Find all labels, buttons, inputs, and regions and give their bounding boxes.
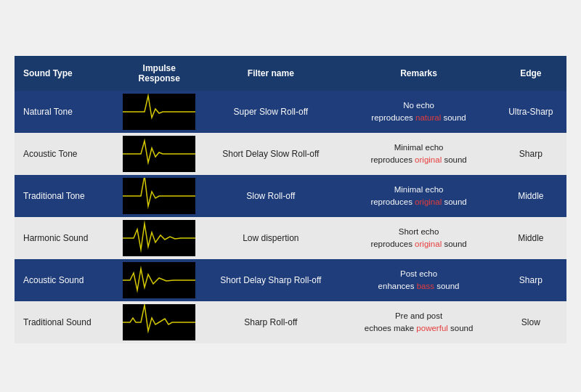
filter-name-cell: Super Slow Roll-off bbox=[199, 91, 342, 133]
filter-name-cell: Short Delay Slow Roll-off bbox=[199, 133, 342, 175]
highlight-word: original bbox=[415, 240, 442, 248]
highlight-word: original bbox=[415, 197, 442, 206]
col-impulse: ImpulseResponse bbox=[119, 56, 199, 91]
edge-cell: Sharp bbox=[495, 259, 566, 301]
col-remarks: Remarks bbox=[342, 56, 495, 91]
waveform-cell bbox=[119, 217, 199, 259]
filter-name-cell: Sharp Roll-off bbox=[199, 301, 342, 343]
waveform-canvas bbox=[123, 136, 195, 172]
highlight-word: bass bbox=[417, 282, 434, 290]
table-header-row: Sound Type ImpulseResponse Filter name R… bbox=[15, 56, 566, 91]
page-wrapper: Sound Type ImpulseResponse Filter name R… bbox=[7, 38, 574, 354]
sound-type-cell: Acoustic Sound bbox=[15, 259, 119, 301]
remarks-cell: Post echoenhances bass sound bbox=[342, 259, 495, 301]
edge-cell: Sharp bbox=[495, 133, 566, 175]
col-sound-type: Sound Type bbox=[15, 56, 119, 91]
filter-name-cell: Low dispertion bbox=[199, 217, 342, 259]
table-row: Traditional SoundSharp Roll-offPre and p… bbox=[15, 301, 566, 343]
table-row: Harmonic SoundLow dispertionShort echore… bbox=[15, 217, 566, 259]
waveform-canvas bbox=[123, 178, 195, 214]
waveform-cell bbox=[119, 175, 199, 217]
waveform-canvas bbox=[123, 94, 195, 130]
waveform-cell bbox=[119, 301, 199, 343]
highlight-word: powerful bbox=[416, 324, 447, 332]
filter-name-cell: Short Delay Sharp Roll-off bbox=[199, 259, 342, 301]
waveform-canvas bbox=[123, 262, 195, 298]
remarks-cell: No echoreproduces natural sound bbox=[342, 91, 495, 133]
edge-cell: Middle bbox=[495, 217, 566, 259]
table-row: Natural ToneSuper Slow Roll-offNo echore… bbox=[15, 91, 566, 133]
waveform-cell bbox=[119, 133, 199, 175]
col-edge: Edge bbox=[495, 56, 566, 91]
sound-type-cell: Acoustic Tone bbox=[15, 133, 119, 175]
sound-type-cell: Traditional Sound bbox=[15, 301, 119, 343]
remarks-cell: Pre and postechoes make powerful sound bbox=[342, 301, 495, 343]
waveform-canvas bbox=[123, 304, 195, 340]
remarks-cell: Minimal echoreproduces original sound bbox=[342, 175, 495, 217]
table-row: Traditional ToneSlow Roll-offMinimal ech… bbox=[15, 175, 566, 217]
sound-type-cell: Traditional Tone bbox=[15, 175, 119, 217]
sound-type-cell: Harmonic Sound bbox=[15, 217, 119, 259]
highlight-word: natural bbox=[415, 113, 441, 122]
edge-cell: Slow bbox=[495, 301, 566, 343]
edge-cell: Ultra-Sharp bbox=[495, 91, 566, 133]
table-row: Acoustic SoundShort Delay Sharp Roll-off… bbox=[15, 259, 566, 301]
table-row: Acoustic ToneShort Delay Slow Roll-offMi… bbox=[15, 133, 566, 175]
remarks-cell: Short echoreproduces original sound bbox=[342, 217, 495, 259]
col-filter: Filter name bbox=[199, 56, 342, 91]
edge-cell: Middle bbox=[495, 175, 566, 217]
sound-type-cell: Natural Tone bbox=[15, 91, 119, 133]
filter-name-cell: Slow Roll-off bbox=[199, 175, 342, 217]
waveform-cell bbox=[119, 259, 199, 301]
remarks-cell: Minimal echoreproduces original sound bbox=[342, 133, 495, 175]
main-table: Sound Type ImpulseResponse Filter name R… bbox=[15, 56, 566, 343]
waveform-cell bbox=[119, 91, 199, 133]
waveform-canvas bbox=[123, 220, 195, 256]
highlight-word: original bbox=[415, 155, 442, 164]
